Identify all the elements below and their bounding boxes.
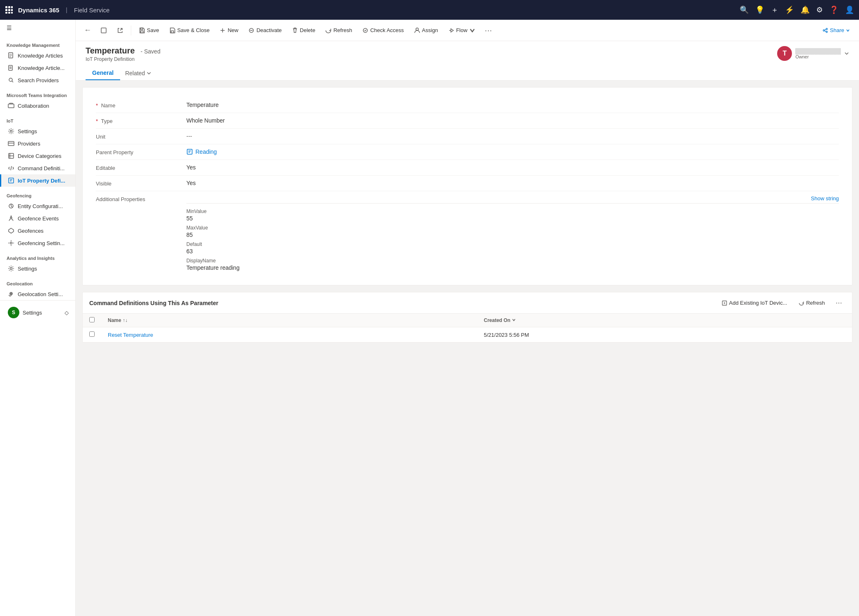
assign-button[interactable]: Assign (410, 25, 442, 36)
sub-grid: Command Definitions Using This As Parame… (82, 292, 852, 343)
sidebar-item-analytics-settings[interactable]: Settings (0, 262, 75, 275)
more-options-button[interactable]: ⋯ (481, 24, 495, 37)
col-name-sort-icon: ↑↓ (123, 317, 128, 323)
sidebar-item-command-defini-label: Command Definiti... (18, 165, 65, 171)
delete-button[interactable]: Delete (288, 25, 320, 36)
display-name-label: DisplayName (186, 258, 839, 264)
form-row-editable: Editable Yes (96, 160, 839, 176)
additional-properties-area: Show string MinValue 55 MaxValue 85 Defa… (186, 195, 839, 271)
filter-icon[interactable]: ⚡ (785, 5, 794, 14)
app-name: Dynamics 365 (18, 7, 59, 14)
open-in-new-button[interactable] (113, 25, 128, 36)
svg-rect-2 (11, 6, 13, 8)
content-area: ← Save Save & Close New Deacti (76, 20, 859, 616)
add-existing-label: Add Existing IoT Devic... (729, 300, 787, 306)
share-button[interactable]: Share (818, 25, 854, 36)
iot-title: IoT (0, 112, 75, 125)
sidebar-item-knowledge-articles2[interactable]: Knowledge Article... (0, 62, 75, 74)
settings-icon[interactable]: ⚙ (816, 5, 823, 14)
sidebar-item-geofence-events[interactable]: Geofence Events (0, 212, 75, 225)
sidebar-item-entity-configurati-label: Entity Configurati... (18, 203, 63, 209)
svg-point-46 (826, 31, 828, 32)
tabs: General Related (86, 66, 849, 80)
sub-grid-more-button[interactable]: ⋯ (832, 297, 845, 308)
grid-icon[interactable] (5, 6, 13, 14)
check-access-button[interactable]: Check Access (358, 25, 408, 36)
cmd-sep-1 (131, 25, 131, 35)
sub-grid-header: Command Definitions Using This As Parame… (83, 292, 852, 314)
svg-point-31 (10, 242, 12, 244)
col-created-on-chevron (512, 318, 516, 322)
row-created-on-cell: 5/21/2023 5:56 PM (477, 327, 852, 343)
svg-rect-4 (8, 9, 10, 11)
search-icon[interactable]: 🔍 (740, 5, 749, 14)
editable-label: Editable (96, 164, 186, 171)
owner-name-blurred[interactable]: ████████████ (795, 48, 841, 54)
bell-icon[interactable]: 🔔 (801, 5, 810, 14)
bottom-settings-label: Settings (23, 310, 42, 316)
sidebar-item-providers-label: Providers (18, 141, 40, 147)
additional-props: MinValue 55 MaxValue 85 Default 63 Displ… (186, 204, 839, 271)
sub-grid-refresh-label: Refresh (806, 300, 825, 306)
form-row-parent-property: Parent Property Reading (96, 144, 839, 160)
sidebar-item-search-providers[interactable]: Search Providers (0, 74, 75, 86)
svg-rect-1 (8, 6, 10, 8)
flow-button[interactable]: Flow (444, 25, 480, 36)
sidebar-item-settings[interactable]: Settings (0, 125, 75, 137)
help-icon[interactable]: ❓ (829, 5, 838, 14)
sidebar-item-knowledge-articles[interactable]: Knowledge Articles (0, 49, 75, 62)
tab-related[interactable]: Related (120, 66, 156, 80)
user-avatar-s: S (8, 307, 19, 318)
col-name-header[interactable]: Name ↑↓ (101, 314, 477, 327)
refresh-button[interactable]: Refresh (321, 25, 356, 36)
main-layout: ☰ Knowledge Management Knowledge Article… (0, 20, 859, 616)
save-close-button[interactable]: Save & Close (165, 25, 214, 36)
row-name-link[interactable]: Reset Temperature (108, 332, 153, 338)
sidebar-item-iot-property-defi[interactable]: IoT Property Defi... (0, 174, 75, 187)
entity-icon-button[interactable] (96, 25, 111, 36)
sidebar-hamburger[interactable]: ☰ (0, 20, 75, 36)
svg-rect-13 (9, 65, 12, 70)
sidebar-item-geofence-events-label: Geofence Events (18, 215, 59, 222)
profile-icon[interactable]: 👤 (845, 5, 854, 14)
name-value: Temperature (186, 102, 839, 108)
add-icon[interactable]: ＋ (771, 5, 778, 15)
col-created-on-header[interactable]: Created On (477, 314, 852, 327)
sidebar-item-geofences[interactable]: Geofences (0, 225, 75, 237)
show-string-button[interactable]: Show string (811, 195, 839, 201)
sidebar-item-providers[interactable]: Providers (0, 137, 75, 150)
geofencing-title: Geofencing (0, 187, 75, 200)
max-value: 85 (186, 232, 839, 238)
sidebar-item-collaboration[interactable]: Collaboration (0, 100, 75, 112)
svg-point-19 (10, 130, 12, 132)
parent-property-value[interactable]: Reading (186, 148, 839, 155)
row-checkbox[interactable] (89, 331, 95, 337)
add-existing-button[interactable]: Add Existing IoT Devic... (717, 298, 791, 308)
new-button[interactable]: New (215, 25, 242, 36)
type-label-text: Type (101, 118, 112, 124)
analytics-title: Analytics and Insights (0, 249, 75, 262)
form-body: * Name Temperature * Type Whole Number (83, 88, 852, 285)
editable-value: Yes (186, 164, 839, 171)
sidebar-item-entity-configurati[interactable]: Entity Configurati... (0, 200, 75, 212)
back-button[interactable]: ← (81, 24, 95, 36)
page-title-row: Temperature - Saved IoT Property Definit… (86, 46, 849, 62)
sub-grid-refresh-button[interactable]: Refresh (794, 298, 829, 308)
owner-info: ████████████ Owner (795, 48, 841, 59)
sidebar-item-bottom-settings[interactable]: S Settings ◇ (0, 304, 75, 321)
refresh-label: Refresh (333, 27, 352, 33)
sidebar-item-geolocation-settin[interactable]: Geolocation Setti... (0, 288, 75, 300)
tab-general[interactable]: General (86, 66, 120, 80)
select-all-checkbox[interactable] (89, 317, 95, 322)
topbar-icons: 🔍 💡 ＋ ⚡ 🔔 ⚙ ❓ 👤 (740, 5, 854, 15)
save-button[interactable]: Save (135, 25, 163, 36)
deactivate-button[interactable]: Deactivate (244, 25, 286, 36)
knowledge-management-title: Knowledge Management (0, 36, 75, 49)
unit-value: --- (186, 133, 839, 139)
svg-rect-34 (101, 28, 106, 33)
sidebar-item-geofencing-settin[interactable]: Geofencing Settin... (0, 237, 75, 249)
ideas-icon[interactable]: 💡 (755, 5, 764, 14)
sidebar-item-device-categories[interactable]: Device Categories (0, 150, 75, 162)
sidebar-item-command-defini[interactable]: Command Definiti... (0, 162, 75, 174)
parent-property-link-label: Reading (195, 148, 217, 155)
